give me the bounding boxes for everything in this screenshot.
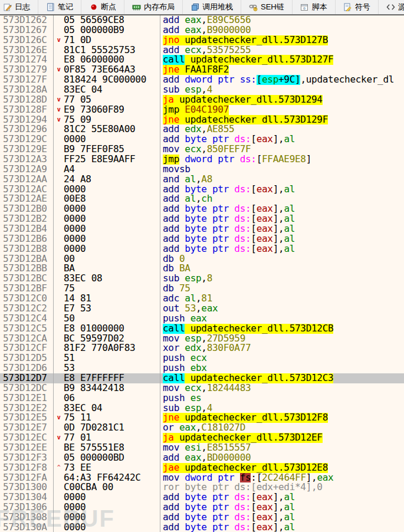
disasm-row[interactable]: 573D126Cv71 0Djno updatechecker_dll.573D…	[0, 35, 404, 45]
disasm-row[interactable]: 573D12E70D 7D0281C1or eax,C181027D	[0, 423, 404, 433]
disasm-row[interactable]: 573D12C5E8 01000000call updatechecker_dl…	[0, 324, 404, 334]
tab-script[interactable]: o 脚本	[293, 0, 336, 14]
disasm-row[interactable]: 573D129EB9 7FEF0F85mov ecx,850FEF7F	[0, 145, 404, 155]
disasm-row[interactable]: 573D129C0000add byte ptr ds:[eax],al	[0, 134, 404, 145]
memory-map-icon	[132, 3, 141, 12]
disasm-row[interactable]: 573D13040000add byte ptr ds:[eax],al	[0, 492, 404, 503]
disasm-row[interactable]: 573D12E5v75 11jne updatechecker_dll.573D…	[0, 413, 404, 423]
disasm-cell: add byte ptr ds:[eax],al	[160, 204, 404, 214]
log-icon	[3, 3, 12, 12]
disasm-cell: add eax,BD000000	[160, 453, 404, 463]
disasm-row[interactable]: 573D12C014 81adc al,81	[0, 294, 404, 304]
disasm-row[interactable]: 573D12AE00E8add al,ch	[0, 194, 404, 204]
opcode-bytes: 75 11	[64, 413, 91, 423]
tab-notes[interactable]: 笔记	[38, 0, 81, 14]
disasm-row[interactable]: 573D128A83EC 04sub esp,4	[0, 85, 404, 95]
disasm-token: ds:	[234, 214, 251, 224]
disasm-row[interactable]: 573D12E283EC 04sub esp,4	[0, 403, 404, 413]
disasm-row[interactable]: 573D12B60000add byte ptr ds:[eax],al	[0, 234, 404, 244]
disasm-token: ,	[278, 214, 284, 224]
opcode-bytes: 0000	[64, 214, 86, 224]
jump-arrow-placeholder	[54, 124, 64, 134]
bytes-cell: v75 11	[54, 413, 160, 423]
disasm-row[interactable]: 573D12BA00db 0	[0, 254, 404, 264]
bytes-cell: 00	[54, 254, 160, 264]
bytes-cell: 0000	[54, 134, 160, 145]
bytes-cell: 81C2 55E80A00	[54, 124, 160, 134]
disasm-row[interactable]: 573D12B40000add byte ptr ds:[eax],al	[0, 224, 404, 234]
disasm-row[interactable]: 573D12B80000add byte ptr ds:[eax],al	[0, 244, 404, 254]
disasm-token: updatechecker_dll.573D12E8	[179, 463, 328, 473]
disasm-token: updatechecker_dll.573D1294	[174, 95, 323, 105]
disasm-row[interactable]: 573D12CABC 59597D02mov esp,27D5959	[0, 334, 404, 344]
disasm-token: sub	[163, 85, 185, 95]
disasm-row[interactable]: 573D12BF75db 75	[0, 284, 404, 294]
address-cell: 573D12F8	[0, 463, 54, 473]
disasm-row[interactable]: 573D12E106push es	[0, 393, 404, 403]
jump-arrow-placeholder	[54, 175, 64, 185]
tab-source-code[interactable]: 源代码	[379, 0, 404, 14]
opcode-bytes: 83EC 04	[64, 85, 102, 95]
disasm-token: mov	[163, 473, 185, 483]
disasm-row[interactable]: 573D128Dv77 05ja updatechecker_dll.573D1…	[0, 95, 404, 105]
disasm-row[interactable]: 573D130A0000add byte ptr ds:[eax],al	[0, 523, 404, 532]
disasm-row[interactable]: 573D1274E8 06000000call updatechecker_dl…	[0, 55, 404, 65]
disasm-cell: add byte ptr ds:[eax],al	[160, 503, 404, 513]
disasm-row[interactable]: 573D129681C2 55E80A00add edx,AE855	[0, 124, 404, 134]
disasm-token: 4	[207, 85, 212, 95]
tab-breakpoints[interactable]: 断点	[81, 0, 124, 14]
disasm-cell: sub esp,8	[160, 274, 404, 284]
disasm-row[interactable]: 573D12A9A4movsb	[0, 165, 404, 175]
disasm-row[interactable]: 573D12BBBAdb BA	[0, 264, 404, 274]
disasm-row[interactable]: 573D12B20000add byte ptr ds:[eax],al	[0, 214, 404, 224]
disasm-row[interactable]: 573D128FvE9 73060F89jmp E04C1907	[0, 105, 404, 115]
disasm-row[interactable]: 573D12B00000add byte ptr ds:[eax],al	[0, 204, 404, 214]
disasm-row[interactable]: 573D13080000add byte ptr ds:[eax],al	[0, 513, 404, 523]
disasm-token: ]	[273, 204, 278, 214]
opcode-bytes: FF25 E8E9AAFF	[64, 155, 135, 165]
disasm-token: esp	[185, 403, 201, 413]
address-cell: 573D12F3	[0, 453, 54, 463]
disasm-row[interactable]: 573D12FA64:A3 FF64242Cmov dword ptr fs:[…	[0, 473, 404, 483]
opcode-bytes: 0000	[64, 185, 86, 195]
disasm-row[interactable]: 573D12F305 000000BDadd eax,BD000000	[0, 453, 404, 463]
tab-breakpoints-label: 断点	[101, 2, 116, 12]
disasm-row[interactable]: 573D12A3FF25 E8E9AAFFjmp dword ptr ds:[F…	[0, 155, 404, 165]
disasm-row[interactable]: 573D126205 56569CE8add eax,E89C5656	[0, 15, 404, 25]
jump-down-arrow-icon: v	[54, 65, 64, 75]
tab-log[interactable]: 日志	[0, 0, 38, 14]
disasm-row[interactable]: 573D12AA24 A8and al,A8	[0, 175, 404, 185]
disasm-row[interactable]: 573D12D653push ebx	[0, 363, 404, 373]
disasm-token: [	[251, 523, 256, 532]
disasm-row[interactable]: 573D12DCB9 83442418mov ecx,18244483	[0, 383, 404, 393]
disasm-row[interactable]: 573D1294v75 09jne updatechecker_dll.573D…	[0, 115, 404, 125]
disasm-row[interactable]: 573D126705 000000B9add eax,B9000000	[0, 25, 404, 35]
disasm-token: ]	[273, 185, 278, 195]
disasm-row[interactable]: 573D12CF81F2 770A0F83xor edx,830F0A77	[0, 343, 404, 353]
disasm-row[interactable]: 573D127F818424 9C000000add dword ptr ss:…	[0, 75, 404, 85]
disasm-row[interactable]: 573D12ECv77 01ja updatechecker_dll.573D1…	[0, 433, 404, 443]
disasm-row[interactable]: 573D12C2E7 53out 53,eax	[0, 304, 404, 314]
disasm-row[interactable]: 573D12F8^73 EEjae updatechecker_dll.573D…	[0, 463, 404, 473]
disasm-row[interactable]: 573D13060000add byte ptr ds:[eax],al	[0, 503, 404, 513]
tab-call-stack[interactable]: 调用堆栈	[183, 0, 241, 14]
disasm-row[interactable]: 573D12BC83EC 08sub esp,8	[0, 274, 404, 284]
bytes-cell: 0000	[54, 523, 160, 532]
disasm-cell: add byte ptr ds:[eax],al	[160, 134, 404, 145]
opcode-bytes: 0000	[64, 224, 86, 234]
address-cell: 573D1304	[0, 492, 54, 503]
disasm-row[interactable]: 573D1279v0F85 73E664A3jne FAA1F8F2	[0, 65, 404, 75]
disasm-row-selected[interactable]: 573D12D7E8 E7FFFFFFcall updatechecker_dl…	[0, 373, 404, 383]
tab-seh-chain[interactable]: ? SEH链	[241, 0, 293, 14]
bytes-cell: 83EC 04	[54, 403, 160, 413]
disasm-row[interactable]: 573D12EEBE 575551E8mov esi,E8515557	[0, 443, 404, 453]
tab-symbols[interactable]: 符号	[336, 0, 379, 14]
disasm-row[interactable]: 573D1300C00CBA 00ror byte ptr ds:[edx+ed…	[0, 482, 404, 492]
disasm-row[interactable]: 573D12D551push ecx	[0, 353, 404, 363]
disasm-row[interactable]: 573D12C450push eax	[0, 314, 404, 324]
disasm-row[interactable]: 573D12AC0000add byte ptr ds:[eax],al	[0, 185, 404, 195]
tab-memory-map[interactable]: 内存布局	[124, 0, 183, 14]
script-icon: o	[300, 3, 309, 12]
jump-arrow-placeholder	[54, 134, 64, 145]
disasm-row[interactable]: 573D126E81C1 55525753add ecx,53575255	[0, 45, 404, 55]
